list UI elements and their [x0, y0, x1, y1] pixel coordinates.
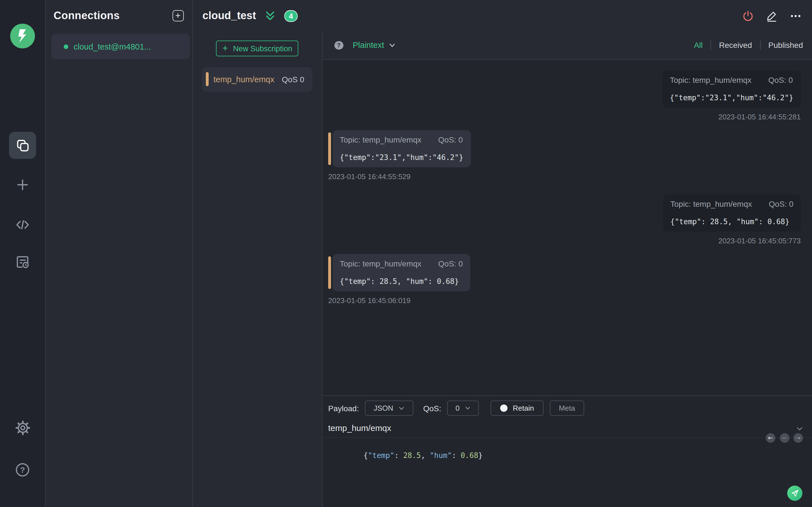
qos-select[interactable]: 0: [448, 400, 479, 416]
message-timestamp: 2023-01-05 16:45:05:773: [718, 236, 801, 245]
prev-message-button[interactable]: ←: [766, 433, 775, 443]
main-header: cloud_test 4: [193, 0, 812, 32]
subscriptions-panel: + New Subscription temp_hum/emqx QoS 0: [193, 32, 322, 507]
mqttx-logo-icon: [10, 24, 35, 48]
subscription-qos: QoS 0: [282, 75, 304, 83]
subscription-item[interactable]: temp_hum/emqx QoS 0: [202, 67, 312, 92]
icon-sidebar: ?: [0, 0, 46, 507]
sidebar-new-connection-button[interactable]: [9, 171, 36, 198]
message-filters: All Received Published: [686, 41, 803, 50]
message-timestamp: 2023-01-05 16:45:06:019: [328, 296, 410, 304]
sidebar-script-button[interactable]: [9, 211, 36, 238]
payload-format-help-icon[interactable]: ?: [335, 41, 343, 50]
payload-format-value: JSON: [373, 404, 393, 412]
topic-label: Topic:: [340, 259, 360, 268]
message-card: Topic: temp_hum/emqx QoS: 0 {"temp": 28.…: [663, 194, 801, 231]
chevron-down-icon: [465, 405, 471, 411]
active-connection-title: cloud_test: [202, 10, 256, 22]
message-timestamp: 2023-01-05 16:44:55:281: [718, 112, 801, 121]
message-payload: {"temp": 28.5, "hum": 0.68}: [340, 277, 463, 285]
filter-published-tab[interactable]: Published: [760, 41, 803, 50]
qos-value: 0: [789, 199, 794, 208]
topic-value: temp_hum/emqx: [363, 135, 421, 144]
sidebar-connections-button[interactable]: [9, 132, 36, 159]
message-count-badge: 4: [284, 10, 298, 22]
paper-plane-icon: [791, 489, 799, 497]
publish-payload-editor[interactable]: {"temp": 28.5, "hum": 0.68}: [322, 438, 812, 468]
qos-label: QoS:: [423, 404, 441, 413]
sidebar-settings-button[interactable]: [9, 414, 36, 441]
message-timestamp: 2023-01-05 16:44:55:529: [328, 172, 410, 180]
connection-list-item[interactable]: cloud_test@m4801...: [51, 34, 190, 59]
qos-label: QoS:: [438, 135, 456, 144]
topic-label: Topic:: [670, 199, 691, 208]
message-list: Topic: temp_hum/emqx QoS: 0 {"temp":"23.…: [322, 60, 812, 395]
qos-value: 0: [456, 404, 460, 412]
topic-input-row: [322, 420, 812, 438]
topic-value: temp_hum/emqx: [693, 75, 752, 84]
topic-value: temp_hum/emqx: [363, 259, 421, 268]
filter-received-tab[interactable]: Received: [711, 41, 760, 50]
connections-header: Connections +: [46, 0, 192, 22]
gear-icon: [15, 420, 30, 435]
qos-value: 0: [458, 259, 463, 268]
message-payload: {"temp": 28.5, "hum": 0.68}: [670, 217, 794, 226]
message-card: Topic: temp_hum/emqx QoS: 0 {"temp":"23.…: [333, 130, 470, 167]
message-card: Topic: temp_hum/emqx QoS: 0 {"temp":"23.…: [663, 70, 801, 107]
messages-area: ? Plaintext All Received Published: [322, 32, 812, 507]
subscription-color-marker: [328, 256, 331, 289]
chevron-down-icon: [389, 42, 396, 49]
payload-label: Payload:: [328, 404, 359, 413]
topic-label: Topic:: [670, 75, 691, 84]
ellipsis-icon: [790, 10, 802, 22]
connected-status-dot: [63, 44, 68, 49]
published-message: Topic: temp_hum/emqx QoS: 0 {"temp":"23.…: [328, 70, 801, 121]
filter-all-tab[interactable]: All: [686, 41, 711, 50]
sidebar-help-button[interactable]: ?: [9, 456, 36, 483]
message-pager: ← − →: [766, 433, 803, 443]
expand-editor-button[interactable]: [796, 424, 804, 434]
disconnect-button[interactable]: [742, 10, 754, 22]
retain-toggle-dot: [500, 404, 508, 412]
plus-icon: +: [222, 43, 228, 53]
chevron-down-icon: [398, 405, 405, 411]
sidebar-log-button[interactable]: [9, 248, 36, 276]
next-message-button[interactable]: →: [794, 433, 803, 443]
publish-payload-code: {"temp": 28.5, "hum": 0.68}: [363, 451, 483, 460]
published-message: Topic: temp_hum/emqx QoS: 0 {"temp": 28.…: [328, 194, 801, 245]
qos-label: QoS:: [769, 199, 787, 208]
new-subscription-label: New Subscription: [233, 44, 292, 53]
received-message: Topic: temp_hum/emqx QoS: 0 {"temp":"23.…: [328, 130, 801, 180]
header-actions: [742, 10, 812, 22]
connection-name: cloud_test@m4801...: [73, 42, 151, 51]
qos-value: 0: [458, 135, 463, 144]
collapse-pager-button[interactable]: −: [779, 433, 789, 443]
collapse-panel-button[interactable]: [264, 10, 276, 22]
double-chevron-down-icon: [264, 10, 276, 22]
payload-format-select[interactable]: JSON: [365, 400, 414, 416]
new-subscription-button[interactable]: + New Subscription: [216, 41, 299, 56]
retain-label: Retain: [513, 404, 534, 412]
message-format-dropdown[interactable]: Plaintext: [353, 41, 396, 50]
edit-connection-button[interactable]: [766, 10, 777, 22]
topic-input[interactable]: [328, 423, 790, 433]
meta-button[interactable]: Meta: [550, 400, 584, 416]
connections-icon: [15, 138, 30, 152]
more-options-button[interactable]: [790, 10, 802, 22]
plus-icon: +: [175, 11, 181, 20]
qos-label: QoS:: [438, 259, 456, 268]
topic-value: temp_hum/emqx: [693, 199, 752, 208]
mqttx-app: ? Connections + cloud_test@m4801... clou…: [0, 0, 812, 507]
message-payload: {"temp":"23.1","hum":"46.2"}: [340, 153, 463, 161]
topic-label: Topic:: [340, 135, 360, 144]
publish-toolbar: Payload: JSON QoS: 0 Retain: [322, 396, 812, 416]
send-button[interactable]: [787, 486, 802, 501]
message-card: Topic: temp_hum/emqx QoS: 0 {"temp": 28.…: [333, 254, 470, 291]
subscription-topic: temp_hum/emqx: [213, 75, 282, 83]
subscription-color-marker: [328, 132, 331, 165]
help-icon: ?: [15, 462, 31, 478]
subscription-color-marker: [206, 72, 208, 86]
retain-toggle[interactable]: Retain: [491, 400, 544, 416]
add-connection-button[interactable]: +: [172, 10, 184, 21]
log-icon: [15, 255, 30, 269]
